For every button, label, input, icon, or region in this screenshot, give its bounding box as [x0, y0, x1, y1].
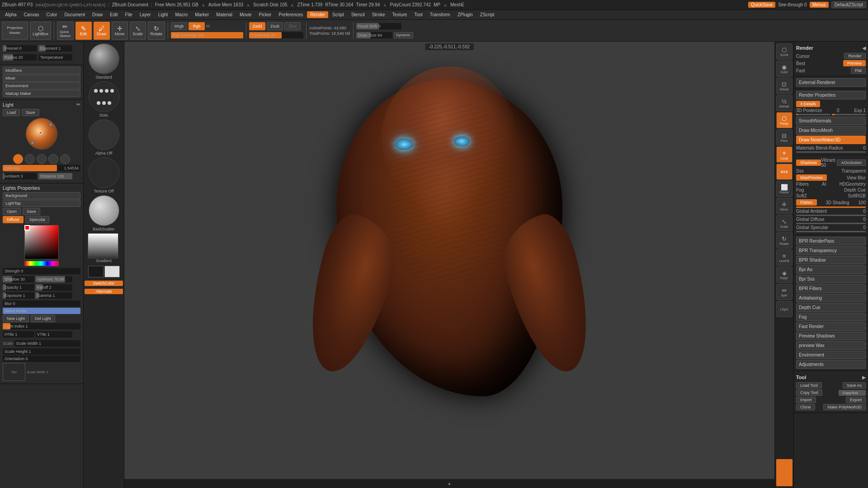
- save-as-btn[interactable]: Save As: [843, 382, 866, 389]
- specular-btn[interactable]: Specular: [25, 216, 50, 223]
- scale-height-slider[interactable]: Scale Height 1: [3, 348, 80, 355]
- light-index-slider[interactable]: Light Index 1: [3, 323, 80, 329]
- light-dir-2[interactable]: [25, 154, 35, 164]
- lp-save-btn[interactable]: Save: [23, 208, 40, 215]
- menu-canvas[interactable]: Canvas: [21, 11, 42, 18]
- strength-slider[interactable]: Strength 0: [3, 268, 80, 274]
- background-btn[interactable]: Background: [3, 192, 80, 199]
- external-renderer-btn[interactable]: External Renderer: [796, 78, 866, 87]
- wax-preview-btn[interactable]: WaxPreview: [796, 174, 827, 181]
- opacity-slider[interactable]: Opacity 1: [3, 284, 34, 291]
- mixer-btn[interactable]: Mixer: [3, 75, 80, 82]
- smooth-normals-btn[interactable]: SmoothNormals: [796, 117, 866, 125]
- menu-layer[interactable]: Layer: [137, 11, 154, 18]
- posterize-slider[interactable]: [796, 114, 830, 115]
- menu-picker[interactable]: Picker: [256, 11, 275, 18]
- fog-btn[interactable]: Fog: [796, 313, 866, 321]
- copy-tool-btn[interactable]: Copy Tool: [796, 389, 822, 396]
- scale-icon-btn[interactable]: ⤡ Scale: [776, 215, 793, 231]
- vtile-slider[interactable]: VTile 1: [35, 331, 72, 338]
- load-tool-btn[interactable]: Load Tool: [796, 382, 822, 389]
- temperature-slider[interactable]: Temperature: [38, 54, 72, 61]
- exp-slider[interactable]: [832, 114, 866, 115]
- depth-cue-btn[interactable]: Depth Cue: [796, 303, 866, 312]
- lsym-btn[interactable]: LSym: [776, 301, 793, 317]
- render-collapse-icon[interactable]: ◀: [862, 45, 866, 51]
- antialiasing-btn[interactable]: Antialiasing: [796, 294, 866, 302]
- orientation-slider[interactable]: Orientation 0: [3, 356, 80, 362]
- materials-blend-slider[interactable]: [796, 151, 866, 153]
- menu-document[interactable]: Document: [61, 11, 88, 18]
- render-properties-btn[interactable]: Render Properties: [796, 91, 866, 99]
- ambient-slider[interactable]: Ambient 3: [3, 173, 37, 179]
- draw-size-slider[interactable]: Draw Size 64: [356, 32, 392, 38]
- light-dir-5[interactable]: [60, 154, 70, 164]
- matcap-maker-btn[interactable]: Matcap Maker: [3, 90, 80, 97]
- new-light-btn[interactable]: New Light: [3, 315, 29, 322]
- preview-wax-btn[interactable]: preview Wax: [796, 341, 866, 350]
- modifiers-btn[interactable]: Modifiers: [3, 67, 80, 74]
- draw-noisemaker-btn[interactable]: Draw NoiseMaker3D: [796, 136, 866, 144]
- persp-btn[interactable]: ⬡ Persp: [776, 112, 793, 128]
- menu-stencil[interactable]: Stencil: [348, 11, 368, 18]
- frame-btn[interactable]: ⬜ Frame: [776, 181, 793, 197]
- exposure-slider[interactable]: Exposure 1: [3, 292, 34, 299]
- quick-save-btn[interactable]: QuickSave: [748, 2, 775, 8]
- viewport[interactable]: -0.225,-0.511,-0.592 ▲: [124, 42, 774, 488]
- z-intensity-slider[interactable]: Z Intensity 25: [249, 32, 303, 38]
- bpr-sss-btn[interactable]: Bpr Sss: [796, 275, 866, 283]
- shadow-slider[interactable]: Shadow 30: [3, 276, 34, 282]
- texture-off-swatch[interactable]: Texture Off: [88, 157, 120, 193]
- menu-stroke[interactable]: Stroke: [369, 11, 388, 18]
- rotate-btn[interactable]: ↻ Rotate: [148, 22, 165, 40]
- aperture-slider[interactable]: Aperture 76.68: [35, 276, 72, 282]
- light-save-btn[interactable]: Save: [22, 109, 39, 116]
- menu-light[interactable]: Light: [155, 11, 171, 18]
- fresnel-slider[interactable]: Fresnel 0: [3, 45, 37, 52]
- light-edit-icon[interactable]: ✏: [76, 102, 80, 108]
- exponent-slider[interactable]: Exponent 1: [38, 45, 72, 52]
- menu-render[interactable]: Render: [307, 11, 328, 18]
- light-load-btn[interactable]: Load: [3, 109, 20, 116]
- shadows-btn[interactable]: Shadows: [796, 160, 821, 166]
- light-dir-4[interactable]: [48, 154, 58, 164]
- switch-color-btn[interactable]: SwitchColor: [85, 281, 123, 286]
- intensity-slider[interactable]: Intensity 1.54534: [3, 165, 80, 171]
- zscript[interactable]: DefaultZScript: [831, 1, 866, 8]
- rgb-btn[interactable]: Rgb: [189, 22, 205, 30]
- diffuse-btn[interactable]: Diffuse: [3, 216, 24, 223]
- bpr-transparency-btn[interactable]: BPR Transparency: [796, 246, 866, 255]
- sym-btn[interactable]: ⇔ Sym: [776, 284, 793, 300]
- render-action-btn[interactable]: Render: [844, 53, 866, 59]
- menu-transform[interactable]: Transform: [427, 11, 453, 18]
- global-specular-slider[interactable]: [796, 231, 866, 232]
- menu-draw[interactable]: Draw: [89, 11, 106, 18]
- aahalf-btn[interactable]: ½ AAHalf: [776, 95, 793, 111]
- linefill-btn[interactable]: ≡ LineFill: [776, 249, 793, 266]
- menu-color[interactable]: Color: [43, 11, 60, 18]
- lp-open-btn[interactable]: Open: [3, 208, 21, 215]
- polyf-btn[interactable]: ◈ PolyF: [776, 267, 793, 283]
- standard-swatch[interactable]: Standard: [88, 43, 120, 80]
- bpr-ao-btn[interactable]: Bpr Ao: [796, 265, 866, 274]
- edit-btn[interactable]: ✎ Edit: [75, 22, 92, 40]
- menu-marker[interactable]: Marker: [192, 11, 212, 18]
- rotate-icon-btn[interactable]: ↻ Rotate: [776, 232, 793, 249]
- global-ambient-slider[interactable]: [796, 215, 866, 216]
- color-picker-area[interactable]: [24, 225, 59, 266]
- light-dir-3[interactable]: [37, 154, 47, 164]
- global-diffuse-slider[interactable]: [796, 223, 866, 224]
- alternate-btn[interactable]: Alternate: [85, 289, 123, 294]
- menu-zscript[interactable]: ZScript: [477, 11, 498, 18]
- floor-btn[interactable]: ⊟ Floor: [776, 129, 793, 145]
- menus-btn[interactable]: Menus: [810, 2, 829, 8]
- scale-btn[interactable]: ⤡ Scale: [130, 22, 146, 40]
- draw-btn[interactable]: 🖊 Draw: [94, 22, 110, 40]
- gradient-swatch[interactable]: Gradient: [88, 233, 120, 263]
- gamma-slider[interactable]: Gamma 1: [35, 292, 72, 299]
- ao-btn[interactable]: AOcclusion: [837, 160, 866, 166]
- del-light-btn[interactable]: Del Light: [31, 315, 55, 322]
- light-dir-1[interactable]: [13, 154, 23, 164]
- move-icon-btn[interactable]: ✛ Move: [776, 198, 793, 214]
- rgb-intensity-slider[interactable]: Rgb Intensity 100: [171, 32, 243, 38]
